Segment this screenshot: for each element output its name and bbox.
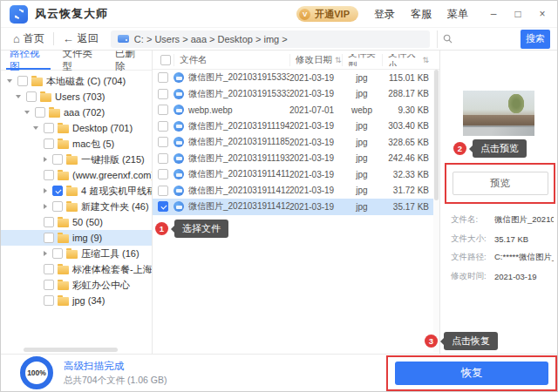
row-checkbox[interactable] <box>158 121 168 132</box>
tree-item[interactable]: Desktop (701) <box>1 120 152 136</box>
tree-checkbox[interactable] <box>44 280 54 290</box>
tree-item[interactable]: jpg (34) <box>1 293 152 308</box>
row-checkbox[interactable] <box>158 186 168 196</box>
caret-icon[interactable] <box>41 249 50 258</box>
file-name: 微信图片_20210319111851... <box>188 136 289 148</box>
tree-checkbox[interactable] <box>52 201 63 212</box>
titlebar-link[interactable]: 菜单 <box>447 7 468 22</box>
row-checkbox[interactable] <box>158 201 168 212</box>
table-row[interactable]: 微信图片_20210319153330... 2021-03-19 jpg 11… <box>153 70 439 86</box>
preview-button[interactable]: 预览 <box>453 172 548 195</box>
tree-item[interactable]: Users (703) <box>1 89 152 105</box>
tree-checkbox[interactable] <box>26 91 37 102</box>
back-button[interactable]: ← 返回 <box>58 31 104 46</box>
tree-checkbox[interactable] <box>44 170 54 180</box>
file-type: jpg <box>342 89 382 98</box>
vip-button[interactable]: V 开通VIP <box>296 6 358 22</box>
recover-button[interactable]: 恢复 <box>395 362 548 385</box>
tree-item[interactable]: 压缩工具 (16) <box>1 246 152 261</box>
tree-checkbox[interactable] <box>44 139 54 149</box>
tree-checkbox[interactable] <box>44 295 54 306</box>
table-row[interactable]: 微信图片_20210319114119... 2021-03-19 jpg 32… <box>153 166 439 183</box>
home-button[interactable]: ⌂ 首页 <box>8 31 50 46</box>
maximize-button[interactable]: □ <box>512 8 524 20</box>
tree-item[interactable]: 本地磁盘 (C) (704) <box>1 73 152 89</box>
sidebar-tab[interactable]: 已删除 <box>112 51 146 70</box>
caret-icon[interactable] <box>32 124 41 132</box>
table-row[interactable]: 微信图片_20210319114128... 2021-03-19 jpg 35… <box>153 199 439 215</box>
tree-checkbox[interactable] <box>44 217 54 227</box>
tree-item[interactable]: 4 超现实机甲线稿 (278) <box>1 183 152 199</box>
sidebar-horizontal-scrollbar[interactable] <box>24 348 118 352</box>
caret-icon[interactable] <box>41 186 50 195</box>
tree-checkbox[interactable] <box>52 154 63 165</box>
caret-icon[interactable] <box>6 77 15 85</box>
caret-icon[interactable] <box>41 202 50 211</box>
table-row[interactable]: webp.webp 2021-07-01 webp 9.30 KB <box>153 102 439 118</box>
sort-icon[interactable]: ⇅ <box>422 56 429 64</box>
row-checkbox[interactable] <box>158 137 168 147</box>
file-detail-label: 文件大小: <box>451 233 494 245</box>
tree-item[interactable]: 新建文件夹 (46) <box>1 199 152 214</box>
row-checkbox[interactable] <box>158 153 168 164</box>
table-row[interactable]: 微信图片_20210319111935... 2021-03-19 jpg 24… <box>153 151 439 167</box>
tree-checkbox[interactable] <box>52 186 63 196</box>
caret-icon[interactable] <box>15 92 24 101</box>
file-detail-row: 文件名: 微信图片_20210319... <box>451 211 554 230</box>
tree-item-label: img (9) <box>72 233 102 243</box>
breadcrumb[interactable]: C: > Users > aaa > Desktop > img > <box>111 30 430 48</box>
table-row[interactable]: 微信图片_20210319114123... 2021-03-19 jpg 31… <box>153 183 439 199</box>
table-scrollbar[interactable] <box>433 70 439 352</box>
tree-checkbox[interactable] <box>44 233 54 243</box>
search-input[interactable] <box>457 34 509 44</box>
file-detail-value: 微信图片_20210319... <box>494 214 554 226</box>
file-type: jpg <box>342 121 382 131</box>
tree-checkbox[interactable] <box>52 248 63 259</box>
recover-highlight-frame: 恢复 <box>386 355 557 391</box>
sidebar-tab[interactable]: 文件类型 <box>59 51 104 70</box>
image-file-icon <box>174 201 184 212</box>
tree-item[interactable]: 一键排版 (215) <box>1 152 152 167</box>
tree-item-label: 一键排版 (215) <box>81 153 145 166</box>
caret-icon[interactable] <box>24 108 32 117</box>
row-checkbox[interactable] <box>158 105 168 115</box>
row-checkbox[interactable] <box>158 89 168 99</box>
tree-item[interactable]: 彩虹办公中心 <box>1 277 152 293</box>
tree-item[interactable]: aaa (702) <box>1 105 152 120</box>
scan-summary: 总共704个文件 (1.06 GB) <box>64 375 167 387</box>
tree-checkbox[interactable] <box>44 123 54 133</box>
titlebar-link[interactable]: 客服 <box>411 7 432 22</box>
tree-item[interactable]: 50 (50) <box>1 214 152 230</box>
tree-item[interactable]: mac包 (5) <box>1 136 152 152</box>
tree-item[interactable]: (www.greenxf.com) (1) ( <box>1 167 152 183</box>
tree-checkbox[interactable] <box>35 107 45 118</box>
table-scrollbar-thumb[interactable] <box>434 70 439 200</box>
sort-icon[interactable]: ⇅ <box>335 56 342 64</box>
search-button[interactable]: 搜索 <box>521 30 550 49</box>
tree-checkbox[interactable] <box>44 264 54 274</box>
close-button[interactable]: × <box>536 8 548 20</box>
folder-icon <box>58 281 69 290</box>
breadcrumb-path: C: > Users > aaa > Desktop > img > <box>134 34 288 44</box>
table-row[interactable]: 微信图片_20210319153334... 2021-03-19 jpg 28… <box>153 86 439 103</box>
tree-item[interactable]: img (9) <box>1 230 152 246</box>
row-checkbox[interactable] <box>158 169 168 179</box>
table-header: 文件名 修改日期 ⇅ 文件类型 文件大小 ⇅ <box>153 51 439 70</box>
tree-item[interactable]: 标准体检套餐-上海版 (1) <box>1 261 152 277</box>
header-size[interactable]: 文件大小 ⇅ <box>382 54 439 66</box>
home-icon: ⌂ <box>13 32 20 45</box>
preview-thumbnail <box>463 91 534 136</box>
image-file-icon <box>174 105 184 115</box>
thumbnail-wall-shape <box>463 115 534 125</box>
tree-checkbox[interactable] <box>17 76 28 86</box>
select-all-checkbox[interactable] <box>160 55 171 65</box>
table-row[interactable]: 微信图片_20210319111851... 2021-03-19 jpg 32… <box>153 134 439 151</box>
sidebar-tab[interactable]: 路径视图 <box>6 51 51 70</box>
row-checkbox[interactable] <box>158 72 168 83</box>
minimize-button[interactable]: – <box>487 8 500 20</box>
table-row[interactable]: 微信图片_20210319111946... 2021-03-19 jpg 30… <box>153 118 439 135</box>
header-date[interactable]: 修改日期 ⇅ <box>289 54 342 66</box>
caret-icon[interactable] <box>41 155 50 164</box>
titlebar-link[interactable]: 登录 <box>374 7 395 22</box>
tree-item-label: aaa (702) <box>64 107 105 118</box>
